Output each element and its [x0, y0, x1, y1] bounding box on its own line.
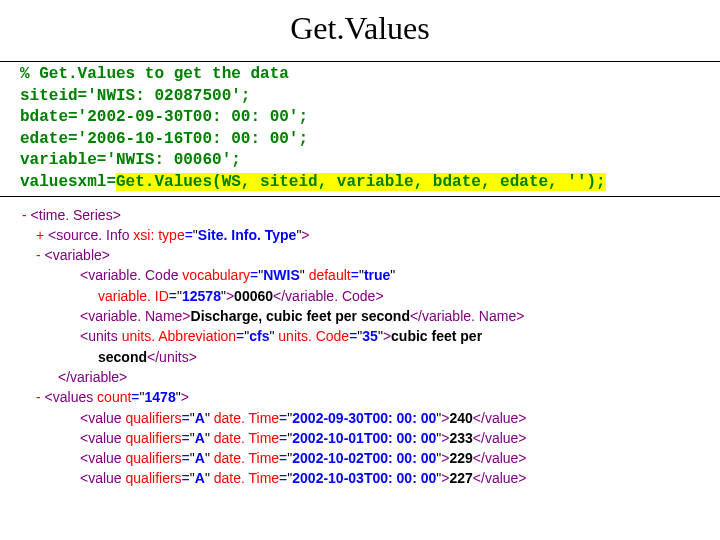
xml-value-row: <value qualifiers="A" date. Time="2002-1… — [22, 448, 720, 468]
xml-line: second</units> — [22, 347, 720, 367]
xml-value-row: <value qualifiers="A" date. Time="2002-0… — [22, 408, 720, 428]
xml-line: - <values count="1478"> — [22, 387, 720, 407]
xml-line: - <time. Series> — [22, 205, 720, 225]
xml-line: + <source. Info xsi: type="Site. Info. T… — [22, 225, 720, 245]
code-line: valuesxml=Get.Values(WS, siteid, variabl… — [20, 172, 700, 194]
xml-value-row: <value qualifiers="A" date. Time="2002-1… — [22, 468, 720, 488]
code-line: variable='NWIS: 00060'; — [20, 150, 700, 172]
xml-value-row: <value qualifiers="A" date. Time="2002-1… — [22, 428, 720, 448]
code-block: % Get.Values to get the data siteid='NWI… — [0, 61, 720, 197]
xml-line: <variable. Name>Discharge, cubic feet pe… — [22, 306, 720, 326]
code-line: bdate='2002-09-30T00: 00: 00'; — [20, 107, 700, 129]
code-line: edate='2006-10-16T00: 00: 00'; — [20, 129, 700, 151]
page-title: Get.Values — [0, 10, 720, 47]
xml-line: <variable. Code vocabulary="NWIS" defaul… — [22, 265, 720, 285]
xml-line: </variable> — [22, 367, 720, 387]
xml-line: <units units. Abbreviation="cfs" units. … — [22, 326, 720, 346]
xml-line: variable. ID="12578">00060</variable. Co… — [22, 286, 720, 306]
xml-line: - <variable> — [22, 245, 720, 265]
code-line: % Get.Values to get the data — [20, 64, 700, 86]
code-line: siteid='NWIS: 02087500'; — [20, 86, 700, 108]
xml-block: - <time. Series> + <source. Info xsi: ty… — [0, 199, 720, 489]
highlight: Get.Values(WS, siteid, variable, bdate, … — [116, 173, 606, 191]
